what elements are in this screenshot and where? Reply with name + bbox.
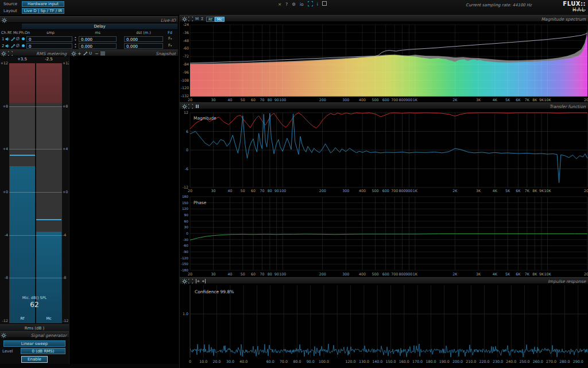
calibrate-icon[interactable] [11,37,16,43]
on-toggle[interactable] [22,37,25,40]
speaker-icon[interactable] [5,37,10,43]
magnitude-spectrum-chart[interactable]: -24-36-48-60-72-84-96-108-120-1322030405… [180,22,588,102]
svg-text:180.0: 180.0 [425,359,436,363]
list-icon[interactable] [100,51,105,56]
info-icon[interactable]: i [317,2,318,7]
expand-icon[interactable] [188,16,193,22]
svg-text:100: 100 [279,98,286,102]
expand-icon[interactable] [188,103,193,109]
svg-text:0: 0 [189,359,191,363]
speaker-icon[interactable] [5,44,10,49]
svg-text:20K: 20K [584,98,588,102]
gear-icon[interactable] [1,332,6,338]
svg-text:900: 900 [405,272,412,276]
sweep-type-button[interactable]: Linear sweep [3,340,65,347]
window-icon[interactable] [322,1,327,7]
marker-end-icon[interactable] [202,278,206,284]
fade-icon[interactable]: F▾ [168,36,172,41]
dst-input[interactable]: 0.000 [124,36,163,42]
meter-gridline [9,106,62,107]
gear-icon[interactable] [182,16,187,22]
fade-icon[interactable]: F▾ [168,43,172,48]
svg-text:250.0: 250.0 [519,359,529,363]
level-value-button[interactable]: 0 (dB RMS) [21,348,65,354]
svg-text:400: 400 [359,272,366,276]
snapshot-list[interactable] [69,56,178,364]
meter-readout-left: +3.5 [9,57,35,62]
delay-row: 1 Ø 0 ▴ ▾ 0.000 0.000 F▾ [0,36,178,43]
phase-invert-icon[interactable]: Ø [16,43,20,48]
col-ms: ms [79,30,117,35]
col-dst: dst (m.) [124,30,163,35]
marker-start-icon[interactable] [195,278,200,284]
pause-icon[interactable] [195,103,199,109]
svg-text:10K: 10K [544,272,551,276]
sum-button[interactable]: Σ [201,16,203,22]
svg-text:40: 40 [227,272,232,276]
help-icon[interactable]: ? [285,2,288,7]
svg-text:70: 70 [260,189,264,193]
svg-text:200: 200 [319,272,326,276]
calibrate-icon[interactable] [11,44,16,49]
source-select[interactable]: Hardware input [22,1,64,7]
svg-text:20: 20 [188,98,192,102]
channel-mc-button[interactable]: Mc [215,17,225,22]
smp-input[interactable]: 0 [26,43,72,49]
svg-text:30: 30 [184,225,189,229]
spinner-down-icon[interactable]: ▾ [75,45,76,48]
transfer-function-chart[interactable]: Magnitude1260-6-122030405060708090100200… [180,109,588,277]
layout-label: Layout [3,9,17,13]
ms-input[interactable]: 0.000 [79,43,117,49]
spinner-down-icon[interactable]: ▾ [75,39,76,41]
svg-text:2K: 2K [452,98,458,102]
channel-rf-button[interactable]: Rf [206,17,215,22]
enable-button[interactable]: Enable [21,356,48,363]
ms-input[interactable]: 0.000 [79,36,117,42]
gear-icon[interactable] [71,51,76,56]
svg-text:6K: 6K [516,272,521,276]
add-snapshot-icon[interactable]: + [78,51,82,56]
meter-peak-mc [36,219,61,220]
svg-text:6: 6 [186,129,188,133]
gear-icon[interactable] [182,278,187,284]
spinner-control[interactable]: ▴ ▾ [74,36,78,41]
fullscreen-icon[interactable] [308,1,313,7]
close-icon[interactable]: × [278,2,281,7]
svg-text:80: 80 [268,98,272,102]
panel-title: Live-IO [161,18,176,23]
svg-text:800: 800 [399,272,406,276]
svg-text:20.0: 20.0 [213,359,221,363]
svg-text:220.0: 220.0 [479,359,490,363]
mode-m-button[interactable]: M [195,16,199,22]
top-bar: Source Hardware input Layout Live D | Sp… [0,0,588,16]
phase-invert-icon[interactable]: Ø [16,36,20,41]
svg-text:150: 150 [182,201,188,205]
gear-icon[interactable] [2,17,7,23]
io-icon[interactable]: io [300,2,304,7]
svg-text:-60: -60 [183,46,189,50]
svg-text:7K: 7K [525,98,530,102]
spinner-control[interactable]: ▴ ▾ [74,43,78,48]
svg-text:70: 70 [260,272,264,276]
delay-row: 2 Ø 0 ▴ ▾ 0.000 0.000 F▾ [0,43,178,49]
dst-input[interactable]: 0.000 [124,43,163,49]
smp-input[interactable]: 0 [26,36,72,42]
impulse-response-chart[interactable]: 1.0Confidence 99.8%010.020.030.040.060.0… [180,284,588,368]
update-snapshot-icon[interactable]: U [89,51,92,56]
panel-title: Transfer function [550,104,586,109]
gear-icon[interactable] [182,103,187,109]
svg-text:20: 20 [188,189,192,193]
expand-icon[interactable] [8,51,13,56]
svg-text:270.0: 270.0 [546,359,556,363]
meter-peak-rf [10,155,35,156]
layout-select[interactable]: Live D | Sp / TF / IR [22,8,64,14]
gear-icon[interactable] [1,51,6,56]
svg-text:8K: 8K [532,189,537,193]
expand-icon[interactable] [188,278,193,284]
settings-icon[interactable]: ⚙ [292,2,296,7]
remove-snapshot-icon[interactable]: − [95,51,99,56]
pen-icon[interactable] [83,51,88,56]
rms-meter-area: +12+12+8+8+4+4+0+0-4-4-8-8-12-12+3.5-2.5… [0,56,69,324]
on-toggle[interactable] [22,44,25,47]
svg-text:-108: -108 [181,78,189,82]
